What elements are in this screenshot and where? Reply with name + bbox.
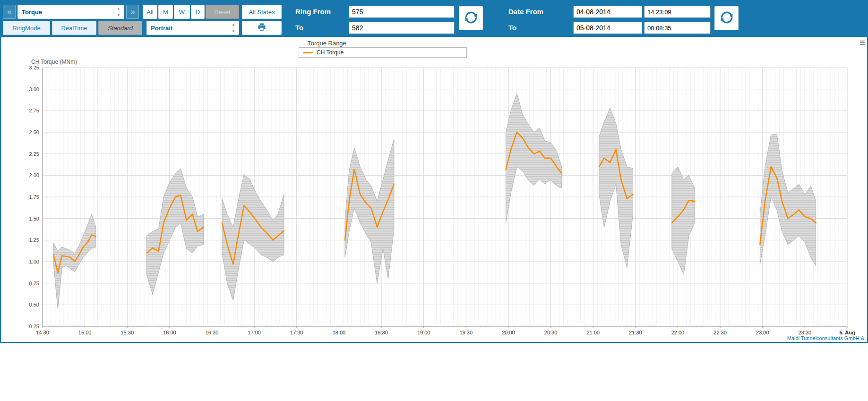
refresh-icon: [463, 9, 479, 27]
svg-text:1.75: 1.75: [29, 194, 39, 200]
all-states-button[interactable]: All States: [242, 5, 282, 19]
parameter-select-value: Torque: [18, 5, 113, 18]
refresh-dates-button[interactable]: [714, 6, 739, 30]
spinner-down-icon[interactable]: ▼: [113, 12, 124, 18]
svg-text:0.25: 0.25: [29, 324, 39, 329]
svg-text:2.25: 2.25: [29, 151, 39, 157]
ring-from-input[interactable]: [349, 6, 455, 18]
ring-from-label: Ring From: [295, 5, 331, 19]
svg-text:15:00: 15:00: [78, 330, 92, 335]
svg-text:18:30: 18:30: [375, 330, 388, 335]
svg-text:17:00: 17:00: [248, 330, 261, 335]
svg-text:16:30: 16:30: [206, 330, 219, 335]
ring-to-label: To: [295, 21, 303, 35]
svg-text:21:30: 21:30: [629, 330, 642, 335]
svg-text:23:30: 23:30: [799, 330, 812, 335]
mode-ringmode-button[interactable]: RingMode: [3, 21, 50, 35]
footer-credit[interactable]: Maidl Tunnelconsultants GmbH &: [1, 335, 867, 341]
svg-text:17:30: 17:30: [290, 330, 303, 335]
svg-text:20:30: 20:30: [544, 330, 558, 335]
date-to-input[interactable]: [573, 22, 642, 34]
range-reset-button[interactable]: Reset: [206, 5, 239, 19]
main-toolbar: « Torque ▲ ▼ » All M W D Reset All State…: [0, 0, 868, 36]
mode-realtime-button[interactable]: RealTime: [52, 21, 96, 35]
svg-text:15:30: 15:30: [120, 330, 134, 335]
svg-text:18:00: 18:00: [333, 330, 346, 335]
svg-text:5. Aug: 5. Aug: [839, 330, 855, 335]
svg-text:22:30: 22:30: [713, 330, 727, 335]
svg-text:1.25: 1.25: [29, 237, 39, 243]
layout-select-spinner[interactable]: ▲ ▼: [228, 21, 239, 34]
svg-text:23:00: 23:00: [756, 330, 769, 335]
prev-ring-button[interactable]: «: [3, 5, 16, 19]
svg-text:2.50: 2.50: [29, 129, 39, 135]
svg-text:20:00: 20:00: [502, 330, 515, 335]
time-from-input[interactable]: [644, 6, 711, 18]
time-to-input[interactable]: [644, 22, 711, 34]
spinner-down-icon[interactable]: ▼: [228, 28, 239, 34]
svg-text:19:00: 19:00: [417, 330, 430, 335]
refresh-rings-button[interactable]: [459, 6, 483, 30]
svg-text:21:00: 21:00: [586, 330, 600, 335]
svg-text:0.75: 0.75: [29, 281, 39, 286]
date-from-label: Date From: [508, 5, 543, 19]
chevrons-right-icon: »: [130, 7, 134, 17]
svg-text:14:30: 14:30: [36, 330, 49, 335]
svg-text:2.75: 2.75: [29, 108, 39, 113]
date-to-label: To: [508, 21, 516, 35]
svg-text:1.00: 1.00: [29, 259, 39, 264]
date-from-input[interactable]: [573, 6, 642, 18]
layout-select[interactable]: Portrait ▲ ▼: [146, 21, 239, 35]
svg-text:16:00: 16:00: [163, 330, 176, 335]
parameter-select-spinner[interactable]: ▲ ▼: [113, 5, 124, 18]
mode-standard-button[interactable]: Standard: [98, 21, 142, 35]
svg-text:19:30: 19:30: [460, 330, 473, 335]
range-all-button[interactable]: All: [143, 5, 157, 19]
chart-panel: Torque Range CH Torque ≡ CH Torque (MNm)…: [0, 36, 868, 343]
next-ring-button[interactable]: »: [126, 5, 139, 19]
parameter-select[interactable]: Torque ▲ ▼: [17, 5, 124, 19]
printer-icon: [257, 22, 266, 34]
range-day-button[interactable]: D: [191, 5, 205, 19]
svg-text:1.50: 1.50: [29, 216, 39, 222]
svg-text:0.50: 0.50: [29, 302, 39, 307]
torque-range-chart: 0.250.500.751.001.251.501.752.002.252.50…: [1, 37, 867, 342]
svg-text:2.00: 2.00: [29, 172, 39, 178]
range-week-button[interactable]: W: [174, 5, 190, 19]
svg-text:3.00: 3.00: [29, 86, 39, 92]
ring-to-input[interactable]: [349, 22, 455, 34]
svg-text:3.25: 3.25: [29, 65, 39, 70]
spinner-up-icon[interactable]: ▲: [113, 5, 124, 12]
chevrons-left-icon: «: [7, 7, 11, 17]
svg-text:22:00: 22:00: [671, 330, 685, 335]
spinner-up-icon[interactable]: ▲: [228, 21, 239, 28]
refresh-icon: [719, 9, 735, 27]
print-button[interactable]: [242, 21, 282, 35]
range-month-button[interactable]: M: [158, 5, 173, 19]
layout-select-value: Portrait: [147, 21, 228, 34]
